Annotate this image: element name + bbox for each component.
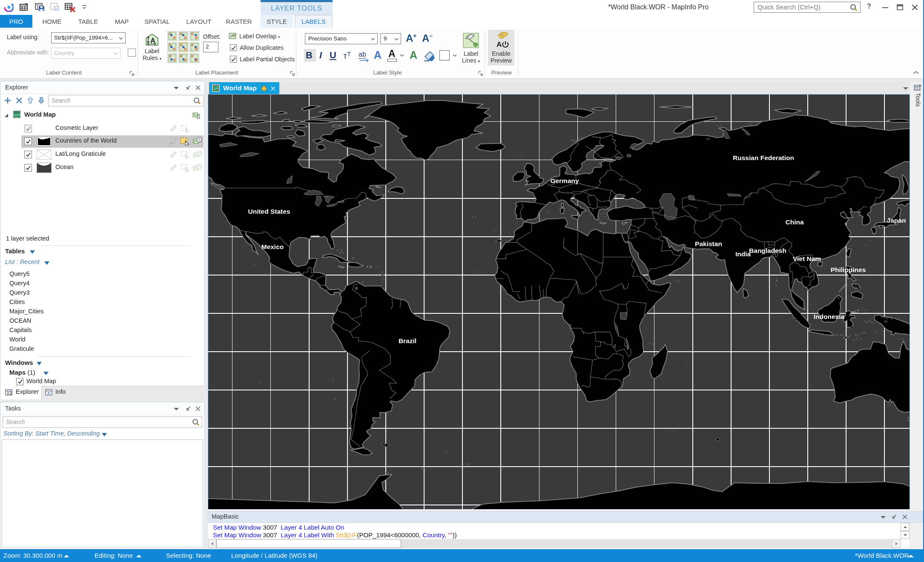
svg-text:Indonesia: Indonesia — [814, 313, 845, 320]
svg-text:Mexico: Mexico — [261, 243, 284, 250]
svg-text:Russian Federation: Russian Federation — [733, 154, 794, 161]
svg-text:India: India — [735, 250, 751, 258]
svg-text:A: A — [496, 40, 502, 49]
svg-text:i: i — [48, 391, 49, 395]
svg-text:Germany: Germany — [550, 177, 579, 184]
svg-text:Philippines: Philippines — [831, 266, 866, 273]
svg-text:Bangladesh: Bangladesh — [749, 247, 786, 254]
svg-text:Viet Nam: Viet Nam — [793, 255, 821, 262]
svg-text:United States: United States — [248, 208, 290, 215]
svg-text:Japan: Japan — [887, 217, 906, 224]
svg-text:China: China — [785, 218, 803, 226]
svg-text:Brazil: Brazil — [399, 337, 416, 344]
svg-text:Pakistan: Pakistan — [695, 240, 722, 247]
